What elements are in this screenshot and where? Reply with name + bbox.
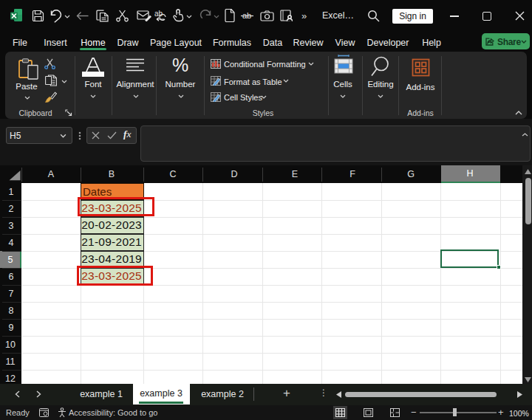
- svg-text:ab: ab: [154, 10, 163, 18]
